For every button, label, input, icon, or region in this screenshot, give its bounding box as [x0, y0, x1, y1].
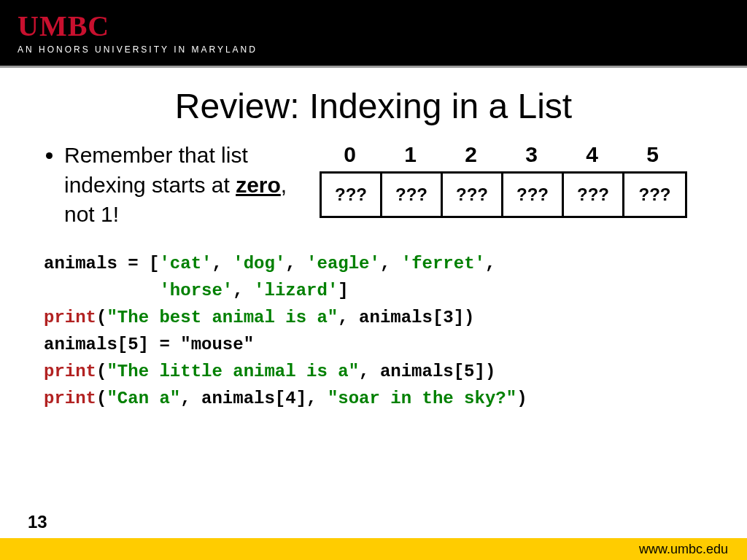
page-number: 13	[28, 512, 47, 532]
slide-title: Review: Indexing in a List	[0, 86, 747, 126]
index-header: 4	[562, 142, 622, 171]
code-keyword: print	[44, 308, 96, 327]
code-text: (	[96, 308, 107, 327]
index-header-row: 0 1 2 3 4 5	[320, 142, 703, 171]
footer-bar: www.umbc.edu	[0, 538, 747, 560]
code-text: animals[5] = "mouse"	[44, 335, 254, 354]
index-cell: ???	[503, 174, 564, 216]
code-keyword: print	[44, 362, 96, 381]
code-text: , animals[3])	[338, 308, 474, 327]
index-header: 3	[501, 142, 562, 171]
code-text: ,	[380, 254, 401, 273]
code-string: 'cat'	[159, 254, 212, 273]
index-header: 2	[441, 142, 501, 171]
code-string: "Can a"	[107, 389, 180, 408]
code-string: 'ferret'	[401, 254, 485, 273]
code-text: , animals[4],	[180, 389, 328, 408]
bullet-item: Remember that list indexing starts at ze…	[64, 141, 306, 230]
bullet-text-emph: zero	[236, 173, 281, 197]
code-text: )	[516, 389, 527, 408]
code-keyword: print	[44, 389, 96, 408]
code-text	[44, 281, 159, 300]
index-header: 5	[622, 142, 683, 171]
index-header: 1	[380, 142, 441, 171]
index-cell: ???	[322, 174, 382, 216]
index-cell-row: ??? ??? ??? ??? ??? ???	[320, 171, 687, 218]
footer-url: www.umbc.edu	[639, 542, 728, 557]
index-cell: ???	[624, 174, 685, 216]
code-text: (	[96, 389, 107, 408]
code-text: ,	[212, 254, 233, 273]
tagline: AN HONORS UNIVERSITY IN MARYLAND	[18, 44, 747, 55]
code-string: 'eagle'	[306, 254, 380, 273]
header: UMBC AN HONORS UNIVERSITY IN MARYLAND	[0, 0, 747, 66]
code-string: 'lizard'	[254, 281, 338, 300]
index-cell: ???	[564, 174, 624, 216]
code-string: 'dog'	[233, 254, 285, 273]
code-text: ]	[338, 281, 348, 300]
footer: www.umbc.edu	[0, 538, 747, 560]
code-text: ,	[485, 254, 495, 273]
code-block: animals = ['cat', 'dog', 'eagle', 'ferre…	[0, 250, 747, 413]
bullet-text-prefix: Remember that list indexing starts at	[64, 143, 248, 197]
code-text: ,	[233, 281, 254, 300]
index-cell: ???	[382, 174, 443, 216]
index-cell: ???	[443, 174, 503, 216]
logo: UMBC	[18, 9, 747, 43]
slide: UMBC AN HONORS UNIVERSITY IN MARYLAND Re…	[0, 0, 747, 560]
index-table: 0 1 2 3 4 5 ??? ??? ??? ??? ??? ???	[320, 142, 703, 230]
code-string: "The best animal is a"	[107, 308, 338, 327]
code-string: "soar in the sky?"	[328, 389, 516, 408]
code-string: 'horse'	[159, 281, 233, 300]
code-text: (	[96, 362, 107, 381]
header-divider	[0, 66, 747, 68]
content-row: Remember that list indexing starts at ze…	[0, 126, 747, 230]
bullet-list: Remember that list indexing starts at ze…	[44, 141, 306, 230]
code-string: "The little animal is a"	[107, 362, 359, 381]
code-text: , animals[5])	[359, 362, 495, 381]
code-text: ,	[285, 254, 306, 273]
code-text: animals = [	[44, 254, 159, 273]
index-header: 0	[320, 142, 380, 171]
